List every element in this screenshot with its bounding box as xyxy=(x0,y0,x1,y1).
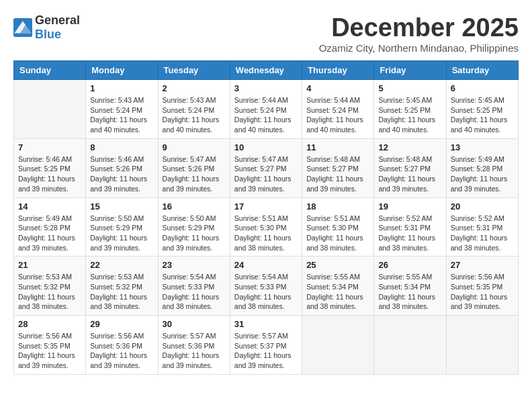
day-info: Sunrise: 5:51 AMSunset: 5:30 PMDaylight:… xyxy=(234,214,298,253)
calendar-cell xyxy=(374,316,446,375)
calendar-cell: 19Sunrise: 5:52 AMSunset: 5:31 PMDayligh… xyxy=(374,197,446,257)
column-header-monday: Monday xyxy=(86,61,158,80)
page-header: General Blue December 2025 Ozamiz City, … xyxy=(13,13,519,54)
logo: General Blue xyxy=(13,13,80,42)
calendar-cell xyxy=(302,316,374,375)
day-number: 9 xyxy=(163,142,226,152)
day-info: Sunrise: 5:55 AMSunset: 5:34 PMDaylight:… xyxy=(306,272,369,312)
calendar-cell: 15Sunrise: 5:50 AMSunset: 5:29 PMDayligh… xyxy=(86,197,158,257)
day-info: Sunrise: 5:52 AMSunset: 5:31 PMDaylight:… xyxy=(378,214,441,253)
calendar-week-4: 21Sunrise: 5:53 AMSunset: 5:32 PMDayligh… xyxy=(14,257,519,316)
day-info: Sunrise: 5:57 AMSunset: 5:36 PMDaylight:… xyxy=(163,331,226,371)
logo-blue: Blue xyxy=(35,28,61,41)
day-info: Sunrise: 5:48 AMSunset: 5:27 PMDaylight:… xyxy=(306,154,369,194)
calendar-cell: 8Sunrise: 5:46 AMSunset: 5:26 PMDaylight… xyxy=(86,138,158,197)
calendar-cell: 30Sunrise: 5:57 AMSunset: 5:36 PMDayligh… xyxy=(158,316,230,375)
day-info: Sunrise: 5:50 AMSunset: 5:29 PMDaylight:… xyxy=(90,214,153,253)
day-info: Sunrise: 5:47 AMSunset: 5:27 PMDaylight:… xyxy=(234,154,298,194)
calendar-cell: 28Sunrise: 5:56 AMSunset: 5:35 PMDayligh… xyxy=(14,316,86,375)
day-info: Sunrise: 5:44 AMSunset: 5:24 PMDaylight:… xyxy=(306,95,369,135)
day-info: Sunrise: 5:52 AMSunset: 5:31 PMDaylight:… xyxy=(451,214,514,253)
day-number: 26 xyxy=(378,260,441,270)
day-number: 6 xyxy=(451,83,514,93)
location-subtitle: Ozamiz City, Northern Mindanao, Philippi… xyxy=(319,42,519,54)
column-header-saturday: Saturday xyxy=(446,61,518,80)
day-number: 15 xyxy=(90,201,153,212)
day-info: Sunrise: 5:49 AMSunset: 5:28 PMDaylight:… xyxy=(18,214,81,253)
day-info: Sunrise: 5:55 AMSunset: 5:34 PMDaylight:… xyxy=(378,272,441,312)
calendar-cell xyxy=(14,80,86,139)
calendar-cell: 2Sunrise: 5:43 AMSunset: 5:24 PMDaylight… xyxy=(158,80,230,139)
calendar-cell: 3Sunrise: 5:44 AMSunset: 5:24 PMDaylight… xyxy=(230,80,302,139)
month-year-title: December 2025 xyxy=(319,13,519,42)
day-number: 4 xyxy=(306,83,369,93)
day-info: Sunrise: 5:54 AMSunset: 5:33 PMDaylight:… xyxy=(163,272,226,312)
calendar-cell: 4Sunrise: 5:44 AMSunset: 5:24 PMDaylight… xyxy=(302,80,374,139)
title-block: December 2025 Ozamiz City, Northern Mind… xyxy=(319,13,519,54)
day-number: 12 xyxy=(378,142,441,152)
day-number: 14 xyxy=(18,201,81,212)
day-number: 1 xyxy=(90,83,153,93)
day-number: 3 xyxy=(234,83,298,93)
calendar-week-2: 7Sunrise: 5:46 AMSunset: 5:25 PMDaylight… xyxy=(14,138,519,197)
day-info: Sunrise: 5:54 AMSunset: 5:33 PMDaylight:… xyxy=(234,272,298,312)
calendar-cell: 27Sunrise: 5:56 AMSunset: 5:35 PMDayligh… xyxy=(446,257,518,316)
calendar-cell: 29Sunrise: 5:56 AMSunset: 5:36 PMDayligh… xyxy=(86,316,158,375)
calendar-cell: 6Sunrise: 5:45 AMSunset: 5:25 PMDaylight… xyxy=(446,80,518,139)
day-number: 8 xyxy=(90,142,153,152)
day-number: 22 xyxy=(90,260,153,270)
day-number: 23 xyxy=(163,260,226,270)
logo-general: General xyxy=(35,13,80,27)
day-info: Sunrise: 5:49 AMSunset: 5:28 PMDaylight:… xyxy=(451,154,514,194)
day-number: 21 xyxy=(18,260,81,270)
day-number: 13 xyxy=(451,142,514,152)
calendar-cell: 20Sunrise: 5:52 AMSunset: 5:31 PMDayligh… xyxy=(446,197,518,257)
day-info: Sunrise: 5:43 AMSunset: 5:24 PMDaylight:… xyxy=(90,95,153,135)
calendar-cell: 23Sunrise: 5:54 AMSunset: 5:33 PMDayligh… xyxy=(158,257,230,316)
calendar-cell: 1Sunrise: 5:43 AMSunset: 5:24 PMDaylight… xyxy=(86,80,158,139)
day-number: 5 xyxy=(378,83,441,93)
day-info: Sunrise: 5:46 AMSunset: 5:26 PMDaylight:… xyxy=(90,154,153,194)
calendar-cell: 26Sunrise: 5:55 AMSunset: 5:34 PMDayligh… xyxy=(374,257,446,316)
column-header-friday: Friday xyxy=(374,61,446,80)
day-number: 16 xyxy=(163,201,226,212)
day-info: Sunrise: 5:53 AMSunset: 5:32 PMDaylight:… xyxy=(18,272,81,312)
calendar-cell: 25Sunrise: 5:55 AMSunset: 5:34 PMDayligh… xyxy=(302,257,374,316)
calendar-cell xyxy=(446,316,518,375)
calendar-table: SundayMondayTuesdayWednesdayThursdayFrid… xyxy=(13,60,519,375)
day-info: Sunrise: 5:43 AMSunset: 5:24 PMDaylight:… xyxy=(163,95,226,135)
calendar-week-1: 1Sunrise: 5:43 AMSunset: 5:24 PMDaylight… xyxy=(14,80,519,139)
day-info: Sunrise: 5:51 AMSunset: 5:30 PMDaylight:… xyxy=(306,214,369,253)
day-number: 27 xyxy=(451,260,514,270)
day-number: 20 xyxy=(451,201,514,212)
column-header-thursday: Thursday xyxy=(302,61,374,80)
calendar-week-3: 14Sunrise: 5:49 AMSunset: 5:28 PMDayligh… xyxy=(14,197,519,257)
calendar-cell: 22Sunrise: 5:53 AMSunset: 5:32 PMDayligh… xyxy=(86,257,158,316)
day-info: Sunrise: 5:47 AMSunset: 5:26 PMDaylight:… xyxy=(163,154,226,194)
day-info: Sunrise: 5:45 AMSunset: 5:25 PMDaylight:… xyxy=(378,95,441,135)
day-number: 11 xyxy=(306,142,369,152)
calendar-header-row: SundayMondayTuesdayWednesdayThursdayFrid… xyxy=(14,61,519,80)
calendar-cell: 31Sunrise: 5:57 AMSunset: 5:37 PMDayligh… xyxy=(230,316,302,375)
day-info: Sunrise: 5:46 AMSunset: 5:25 PMDaylight:… xyxy=(18,154,81,194)
calendar-cell: 12Sunrise: 5:48 AMSunset: 5:27 PMDayligh… xyxy=(374,138,446,197)
day-info: Sunrise: 5:48 AMSunset: 5:27 PMDaylight:… xyxy=(378,154,441,194)
calendar-cell: 11Sunrise: 5:48 AMSunset: 5:27 PMDayligh… xyxy=(302,138,374,197)
day-number: 17 xyxy=(234,201,298,212)
day-number: 30 xyxy=(163,319,226,329)
column-header-wednesday: Wednesday xyxy=(230,61,302,80)
day-number: 19 xyxy=(378,201,441,212)
day-number: 29 xyxy=(90,319,153,329)
calendar-cell: 24Sunrise: 5:54 AMSunset: 5:33 PMDayligh… xyxy=(230,257,302,316)
calendar-cell: 9Sunrise: 5:47 AMSunset: 5:26 PMDaylight… xyxy=(158,138,230,197)
column-header-tuesday: Tuesday xyxy=(158,61,230,80)
calendar-cell: 5Sunrise: 5:45 AMSunset: 5:25 PMDaylight… xyxy=(374,80,446,139)
calendar-week-5: 28Sunrise: 5:56 AMSunset: 5:35 PMDayligh… xyxy=(14,316,519,375)
day-info: Sunrise: 5:45 AMSunset: 5:25 PMDaylight:… xyxy=(451,95,514,135)
calendar-cell: 14Sunrise: 5:49 AMSunset: 5:28 PMDayligh… xyxy=(14,197,86,257)
calendar-cell: 17Sunrise: 5:51 AMSunset: 5:30 PMDayligh… xyxy=(230,197,302,257)
calendar-cell: 18Sunrise: 5:51 AMSunset: 5:30 PMDayligh… xyxy=(302,197,374,257)
column-header-sunday: Sunday xyxy=(14,61,86,80)
calendar-cell: 13Sunrise: 5:49 AMSunset: 5:28 PMDayligh… xyxy=(446,138,518,197)
logo-text: General Blue xyxy=(35,13,80,42)
